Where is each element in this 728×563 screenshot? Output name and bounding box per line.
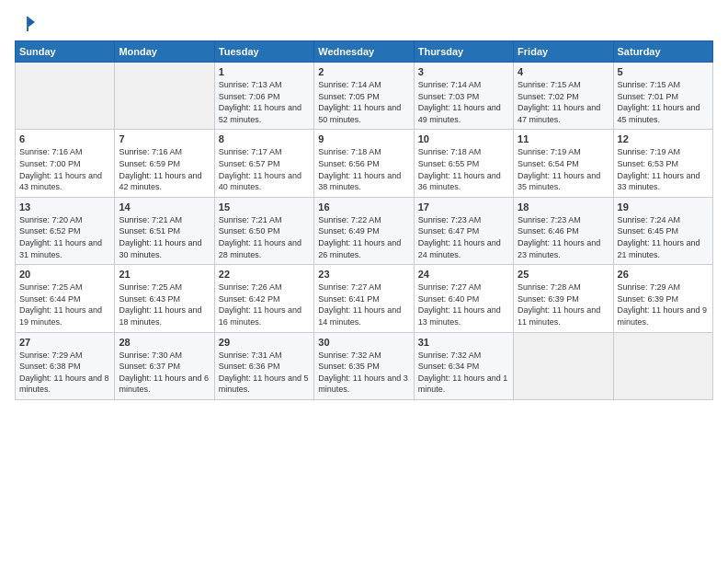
logo-flag-icon <box>18 15 37 33</box>
calendar-header-wednesday: Wednesday <box>314 41 414 63</box>
day-detail: Sunrise: 7:21 AMSunset: 6:50 PMDaylight:… <box>219 214 310 260</box>
calendar-week-row: 13Sunrise: 7:20 AMSunset: 6:52 PMDayligh… <box>16 197 713 264</box>
calendar-cell: 4Sunrise: 7:15 AMSunset: 7:02 PMDaylight… <box>514 63 613 130</box>
day-detail: Sunrise: 7:18 AMSunset: 6:56 PMDaylight:… <box>318 146 409 192</box>
day-detail: Sunrise: 7:26 AMSunset: 6:42 PMDaylight:… <box>219 282 310 327</box>
calendar-cell: 20Sunrise: 7:25 AMSunset: 6:44 PMDayligh… <box>16 265 115 332</box>
day-number: 15 <box>219 201 310 213</box>
calendar-header-sunday: Sunday <box>16 41 115 63</box>
calendar-cell: 24Sunrise: 7:27 AMSunset: 6:40 PMDayligh… <box>414 265 513 332</box>
day-number: 24 <box>418 269 509 280</box>
day-detail: Sunrise: 7:16 AMSunset: 6:59 PMDaylight:… <box>119 146 210 192</box>
calendar-cell: 7Sunrise: 7:16 AMSunset: 6:59 PMDaylight… <box>115 130 214 197</box>
day-number: 22 <box>219 269 310 280</box>
svg-marker-0 <box>28 17 35 28</box>
calendar-week-row: 1Sunrise: 7:13 AMSunset: 7:06 PMDaylight… <box>16 63 713 130</box>
day-detail: Sunrise: 7:31 AMSunset: 6:36 PMDaylight:… <box>219 350 310 396</box>
calendar-cell: 18Sunrise: 7:23 AMSunset: 6:46 PMDayligh… <box>514 197 613 264</box>
calendar-cell: 9Sunrise: 7:18 AMSunset: 6:56 PMDaylight… <box>314 130 414 197</box>
day-number: 16 <box>318 201 409 213</box>
day-number: 30 <box>318 337 409 348</box>
day-number: 26 <box>618 269 709 280</box>
day-number: 25 <box>518 269 609 280</box>
calendar-cell: 11Sunrise: 7:19 AMSunset: 6:54 PMDayligh… <box>514 130 613 197</box>
calendar-cell: 28Sunrise: 7:30 AMSunset: 6:37 PMDayligh… <box>115 332 214 399</box>
calendar-cell: 25Sunrise: 7:28 AMSunset: 6:39 PMDayligh… <box>514 265 613 332</box>
logo <box>15 15 37 29</box>
day-number: 23 <box>318 269 409 280</box>
day-detail: Sunrise: 7:15 AMSunset: 7:02 PMDaylight:… <box>518 79 609 125</box>
day-detail: Sunrise: 7:25 AMSunset: 6:44 PMDaylight:… <box>19 282 110 327</box>
calendar-header-row: SundayMondayTuesdayWednesdayThursdayFrid… <box>16 41 713 63</box>
calendar-cell <box>16 63 115 130</box>
day-number: 13 <box>19 201 110 213</box>
calendar-cell: 31Sunrise: 7:32 AMSunset: 6:34 PMDayligh… <box>414 332 513 399</box>
calendar-cell: 16Sunrise: 7:22 AMSunset: 6:49 PMDayligh… <box>314 197 414 264</box>
day-number: 18 <box>518 201 609 213</box>
day-number: 28 <box>119 337 210 348</box>
page: SundayMondayTuesdayWednesdayThursdayFrid… <box>0 0 728 563</box>
day-number: 1 <box>219 66 310 77</box>
day-detail: Sunrise: 7:27 AMSunset: 6:41 PMDaylight:… <box>318 282 409 327</box>
calendar-cell: 14Sunrise: 7:21 AMSunset: 6:51 PMDayligh… <box>115 197 214 264</box>
calendar-cell <box>613 332 712 399</box>
day-number: 3 <box>418 66 509 77</box>
day-number: 11 <box>518 133 609 144</box>
day-detail: Sunrise: 7:25 AMSunset: 6:43 PMDaylight:… <box>119 282 210 327</box>
day-number: 20 <box>19 269 110 280</box>
day-detail: Sunrise: 7:24 AMSunset: 6:45 PMDaylight:… <box>618 214 709 260</box>
calendar-cell: 8Sunrise: 7:17 AMSunset: 6:57 PMDaylight… <box>214 130 313 197</box>
day-number: 10 <box>418 133 509 144</box>
calendar-header-friday: Friday <box>514 41 613 63</box>
day-detail: Sunrise: 7:18 AMSunset: 6:55 PMDaylight:… <box>418 146 509 192</box>
day-detail: Sunrise: 7:19 AMSunset: 6:54 PMDaylight:… <box>518 146 609 192</box>
calendar-cell: 23Sunrise: 7:27 AMSunset: 6:41 PMDayligh… <box>314 265 414 332</box>
day-number: 12 <box>618 133 709 144</box>
day-number: 6 <box>19 133 110 144</box>
day-detail: Sunrise: 7:29 AMSunset: 6:38 PMDaylight:… <box>19 350 110 396</box>
calendar-cell: 19Sunrise: 7:24 AMSunset: 6:45 PMDayligh… <box>613 197 712 264</box>
calendar-cell: 26Sunrise: 7:29 AMSunset: 6:39 PMDayligh… <box>613 265 712 332</box>
day-detail: Sunrise: 7:13 AMSunset: 7:06 PMDaylight:… <box>219 79 310 125</box>
day-number: 29 <box>219 337 310 348</box>
calendar-cell: 21Sunrise: 7:25 AMSunset: 6:43 PMDayligh… <box>115 265 214 332</box>
day-detail: Sunrise: 7:20 AMSunset: 6:52 PMDaylight:… <box>19 214 110 260</box>
day-number: 8 <box>219 133 310 144</box>
day-detail: Sunrise: 7:15 AMSunset: 7:01 PMDaylight:… <box>618 79 709 125</box>
calendar-cell: 29Sunrise: 7:31 AMSunset: 6:36 PMDayligh… <box>214 332 313 399</box>
day-number: 5 <box>618 66 709 77</box>
calendar-week-row: 6Sunrise: 7:16 AMSunset: 7:00 PMDaylight… <box>16 130 713 197</box>
calendar-cell: 12Sunrise: 7:19 AMSunset: 6:53 PMDayligh… <box>613 130 712 197</box>
calendar-cell <box>514 332 613 399</box>
day-number: 4 <box>518 66 609 77</box>
day-number: 2 <box>318 66 409 77</box>
day-detail: Sunrise: 7:16 AMSunset: 7:00 PMDaylight:… <box>19 146 110 192</box>
header <box>15 15 713 29</box>
calendar-cell: 3Sunrise: 7:14 AMSunset: 7:03 PMDaylight… <box>414 63 513 130</box>
calendar-cell: 2Sunrise: 7:14 AMSunset: 7:05 PMDaylight… <box>314 63 414 130</box>
day-number: 17 <box>418 201 509 213</box>
day-number: 7 <box>119 133 210 144</box>
calendar-header-tuesday: Tuesday <box>214 41 313 63</box>
calendar-cell: 6Sunrise: 7:16 AMSunset: 7:00 PMDaylight… <box>16 130 115 197</box>
svg-rect-1 <box>27 17 28 31</box>
day-number: 19 <box>618 201 709 213</box>
day-detail: Sunrise: 7:21 AMSunset: 6:51 PMDaylight:… <box>119 214 210 260</box>
calendar-cell: 15Sunrise: 7:21 AMSunset: 6:50 PMDayligh… <box>214 197 313 264</box>
calendar-cell: 1Sunrise: 7:13 AMSunset: 7:06 PMDaylight… <box>214 63 313 130</box>
day-detail: Sunrise: 7:14 AMSunset: 7:05 PMDaylight:… <box>318 79 409 125</box>
day-detail: Sunrise: 7:32 AMSunset: 6:35 PMDaylight:… <box>318 350 409 396</box>
day-detail: Sunrise: 7:23 AMSunset: 6:46 PMDaylight:… <box>518 214 609 260</box>
calendar-header-monday: Monday <box>115 41 214 63</box>
calendar-week-row: 20Sunrise: 7:25 AMSunset: 6:44 PMDayligh… <box>16 265 713 332</box>
day-number: 27 <box>19 337 110 348</box>
day-detail: Sunrise: 7:19 AMSunset: 6:53 PMDaylight:… <box>618 146 709 192</box>
calendar-week-row: 27Sunrise: 7:29 AMSunset: 6:38 PMDayligh… <box>16 332 713 399</box>
day-number: 31 <box>418 337 509 348</box>
day-number: 14 <box>119 201 210 213</box>
day-detail: Sunrise: 7:14 AMSunset: 7:03 PMDaylight:… <box>418 79 509 125</box>
calendar-cell: 13Sunrise: 7:20 AMSunset: 6:52 PMDayligh… <box>16 197 115 264</box>
day-detail: Sunrise: 7:30 AMSunset: 6:37 PMDaylight:… <box>119 350 210 396</box>
day-number: 21 <box>119 269 210 280</box>
day-detail: Sunrise: 7:17 AMSunset: 6:57 PMDaylight:… <box>219 146 310 192</box>
